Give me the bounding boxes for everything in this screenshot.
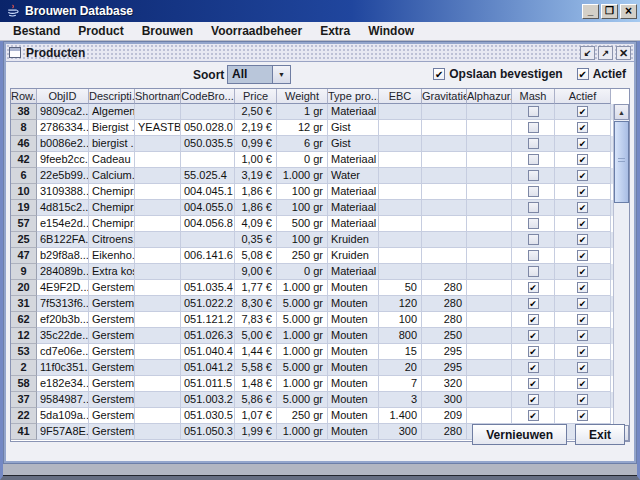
column-header-row[interactable]: Row... bbox=[11, 89, 37, 104]
column-header-desc[interactable]: Descripti... bbox=[89, 89, 135, 104]
table-row[interactable]: 622e5b99...Calcium...55.025.43,19 €1.000… bbox=[11, 168, 613, 184]
mash-checkbox[interactable]: ✔ bbox=[528, 330, 539, 341]
mash-checkbox[interactable] bbox=[528, 138, 539, 149]
code-cell: 004.045.1 bbox=[181, 184, 235, 200]
column-header-alpha[interactable]: Alphazur... bbox=[467, 89, 512, 104]
table-row[interactable]: 1235c22de...Gerstem...051.026.35,00 €1.0… bbox=[11, 328, 613, 344]
table-row[interactable]: 57e154e2d...Chemipr...004.056.84,09 €500… bbox=[11, 216, 613, 232]
mash-checkbox[interactable] bbox=[528, 202, 539, 213]
actief-checkbox[interactable]: ✔ bbox=[577, 234, 588, 245]
mash-checkbox[interactable] bbox=[528, 266, 539, 277]
table-row[interactable]: 225da109a...Gerstem...051.030.51,07 €250… bbox=[11, 408, 613, 424]
actief-checkbox[interactable]: ✔ bbox=[577, 410, 588, 421]
mash-checkbox[interactable] bbox=[528, 170, 539, 181]
maximize-button[interactable]: ❐ bbox=[601, 4, 618, 19]
table-row[interactable]: 62ef20b3b...Gerstem...051.121.27,83 €5.0… bbox=[11, 312, 613, 328]
mash-checkbox[interactable]: ✔ bbox=[528, 378, 539, 389]
close-button[interactable]: × bbox=[620, 4, 637, 19]
menu-item-brouwen[interactable]: Brouwen bbox=[133, 23, 202, 39]
actief-checkbox[interactable]: ✔ bbox=[577, 282, 588, 293]
table-row[interactable]: 204E9F2D...Gerstem...051.035.41,77 €1.00… bbox=[11, 280, 613, 296]
vernieuwen-button[interactable]: Vernieuwen bbox=[472, 424, 567, 445]
table-row[interactable]: 317f5313f6...Gerstem...051.022.28,30 €5.… bbox=[11, 296, 613, 312]
actief-checkbox[interactable]: ✔ bbox=[577, 154, 588, 165]
actief-checkbox[interactable]: ✔ bbox=[577, 266, 588, 277]
exit-button[interactable]: Exit bbox=[575, 424, 625, 445]
soort-combobox[interactable]: All ▼ bbox=[227, 65, 291, 84]
table-row[interactable]: 53cd7e06e...Gerstem...051.040.41,44 €1.0… bbox=[11, 344, 613, 360]
column-header-code[interactable]: CodeBro... bbox=[181, 89, 235, 104]
table-row[interactable]: 256B122FA...Citroens...0,35 €100 grKruid… bbox=[11, 232, 613, 248]
table-row[interactable]: 103109388...Chemipr...004.045.11,86 €100… bbox=[11, 184, 613, 200]
actief-checkbox[interactable]: ✔ bbox=[577, 378, 588, 389]
opslaan-bevestigen-checkbox[interactable]: ✔ Opslaan bevestigen bbox=[433, 67, 562, 81]
column-header-type[interactable]: Type pro... bbox=[328, 89, 379, 104]
table-row[interactable]: 194d815c2...Chemipr...004.055.01,86 €100… bbox=[11, 200, 613, 216]
table-row[interactable]: 47b29f8a8...Eikenho...006.141.65,08 €250… bbox=[11, 248, 613, 264]
table-row[interactable]: 58e182e34...Gerstem...051.011.51,48 €1.0… bbox=[11, 376, 613, 392]
mash-checkbox[interactable]: ✔ bbox=[528, 410, 539, 421]
actief-checkbox[interactable]: ✔ bbox=[577, 250, 588, 261]
actief-filter-checkbox[interactable]: ✔ Actief bbox=[577, 67, 626, 81]
table-row[interactable]: 9284089b...Extra kos...9,00 €0 grMateria… bbox=[11, 264, 613, 280]
menu-item-bestand[interactable]: Bestand bbox=[4, 23, 69, 39]
table-row[interactable]: 46b0086e2...biergist ...050.035.50,99 €6… bbox=[11, 136, 613, 152]
actief-checkbox[interactable]: ✔ bbox=[577, 330, 588, 341]
table-row[interactable]: 429feeb2cc...Cadeau1,00 €0 grMateriaal✔ bbox=[11, 152, 613, 168]
mash-checkbox[interactable] bbox=[528, 186, 539, 197]
column-header-actief[interactable]: Actief bbox=[555, 89, 611, 104]
mash-checkbox[interactable]: ✔ bbox=[528, 346, 539, 357]
actief-checkbox[interactable]: ✔ bbox=[577, 122, 588, 133]
actief-checkbox[interactable]: ✔ bbox=[577, 218, 588, 229]
actief-checkbox[interactable]: ✔ bbox=[577, 202, 588, 213]
mash-checkbox[interactable] bbox=[528, 218, 539, 229]
frame-iconify-button[interactable]: ↙ bbox=[580, 46, 595, 60]
column-header-mash[interactable]: Mash bbox=[512, 89, 555, 104]
frame-maximize-button[interactable]: ↗ bbox=[598, 46, 613, 60]
actief-cell: ✔ bbox=[555, 152, 611, 168]
mash-checkbox[interactable]: ✔ bbox=[528, 394, 539, 405]
menu-item-voorraadbeheer[interactable]: Voorraadbeheer bbox=[202, 23, 311, 39]
mash-checkbox[interactable] bbox=[528, 106, 539, 117]
mash-checkbox[interactable] bbox=[528, 234, 539, 245]
column-header-ebc[interactable]: EBC bbox=[379, 89, 422, 104]
chevron-down-icon[interactable]: ▼ bbox=[272, 66, 290, 83]
column-header-shortname[interactable]: Shortname bbox=[135, 89, 181, 104]
table-row[interactable]: 82786334...Biergist ...YEASTB...050.028.… bbox=[11, 120, 613, 136]
mash-checkbox[interactable] bbox=[528, 250, 539, 261]
column-header-weight[interactable]: Weight bbox=[277, 89, 328, 104]
actief-checkbox[interactable]: ✔ bbox=[577, 298, 588, 309]
mash-checkbox[interactable] bbox=[528, 154, 539, 165]
actief-checkbox[interactable]: ✔ bbox=[577, 186, 588, 197]
column-header-objid[interactable]: ObjID bbox=[37, 89, 89, 104]
minimize-button[interactable]: _ bbox=[582, 4, 599, 19]
mash-checkbox[interactable]: ✔ bbox=[528, 298, 539, 309]
menu-item-window[interactable]: Window bbox=[359, 23, 423, 39]
table-row[interactable]: 379584987...Gerstem...051.003.25,86 €5.0… bbox=[11, 392, 613, 408]
checkbox-icon[interactable]: ✔ bbox=[433, 68, 445, 80]
actief-checkbox[interactable]: ✔ bbox=[577, 170, 588, 181]
frame-close-button[interactable]: ✕ bbox=[616, 46, 631, 60]
scroll-up-icon[interactable]: ▲ bbox=[614, 104, 629, 120]
menu-item-product[interactable]: Product bbox=[69, 23, 132, 39]
actief-checkbox[interactable]: ✔ bbox=[577, 106, 588, 117]
actief-checkbox[interactable]: ✔ bbox=[577, 394, 588, 405]
column-header-grav[interactable]: Gravitatie... bbox=[422, 89, 467, 104]
checkbox-icon[interactable]: ✔ bbox=[577, 68, 589, 80]
window-titlebar[interactable]: Brouwen Database _ ❐ × bbox=[0, 0, 640, 22]
table-row[interactable]: 389809ca2...Algemen...2,50 €1 grMateriaa… bbox=[11, 104, 613, 120]
mash-checkbox[interactable]: ✔ bbox=[528, 314, 539, 325]
actief-checkbox[interactable]: ✔ bbox=[577, 362, 588, 373]
actief-checkbox[interactable]: ✔ bbox=[577, 138, 588, 149]
actief-checkbox[interactable]: ✔ bbox=[577, 314, 588, 325]
scrollbar-thumb[interactable] bbox=[614, 121, 629, 203]
mash-checkbox[interactable]: ✔ bbox=[528, 362, 539, 373]
vertical-scrollbar[interactable]: ▲ ▼ bbox=[613, 104, 629, 441]
internal-frame-titlebar[interactable]: Producten ↙ ↗ ✕ bbox=[6, 44, 634, 62]
column-header-price[interactable]: Price bbox=[235, 89, 277, 104]
actief-checkbox[interactable]: ✔ bbox=[577, 346, 588, 357]
menu-item-extra[interactable]: Extra bbox=[311, 23, 359, 39]
mash-checkbox[interactable] bbox=[528, 122, 539, 133]
table-row[interactable]: 211f0c351...Gerstem...051.041.25,58 €5.0… bbox=[11, 360, 613, 376]
mash-checkbox[interactable]: ✔ bbox=[528, 282, 539, 293]
